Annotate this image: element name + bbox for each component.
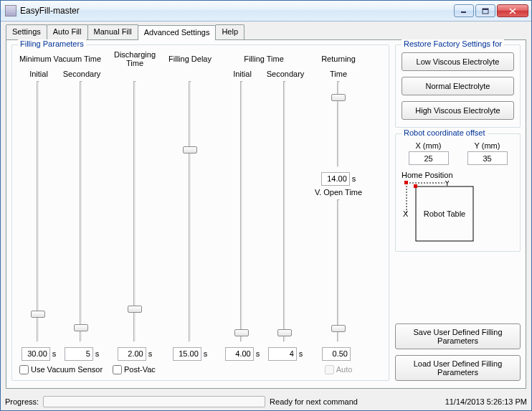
offset-y-input[interactable] <box>467 151 508 165</box>
close-icon <box>509 8 516 14</box>
filling-parameters-group: Filling Parameters Minimum Vacuum Time I… <box>11 44 389 381</box>
robot-offset-group: Robot coordinate offset X (mm) Y (mm) <box>395 133 521 252</box>
restore-normal-button[interactable]: Normal Electrolyte <box>402 77 514 95</box>
use-vacuum-sensor-label: Use Vacuum Sensor <box>31 365 103 374</box>
offset-y-label: Y (mm) <box>475 141 500 150</box>
unit-s: s <box>95 349 100 358</box>
robot-table-label: Robot Table <box>424 209 466 218</box>
filling-time-initial-label: Initial <box>221 70 264 78</box>
home-position-label: Home Position <box>402 171 514 179</box>
save-user-defined-button[interactable]: Save User Defined Filling Parameters <box>395 323 521 349</box>
auto-checkbox <box>325 365 334 374</box>
offset-legend: Robot coordinate offset <box>402 128 488 137</box>
progress-bar <box>43 396 265 407</box>
auto-label: Auto <box>336 365 353 374</box>
tabpage-advanced: Filling Parameters Minimum Vacuum Time I… <box>6 39 526 389</box>
filling-time-secondary-slider[interactable] <box>275 81 295 342</box>
app-window: EasyFill-master Settings Auto Fill Manua… <box>0 0 532 411</box>
restore-legend: Restore Factory Settings for <box>402 39 504 48</box>
offset-x-input[interactable] <box>409 151 449 165</box>
discharging-slider[interactable] <box>125 81 145 342</box>
minimize-button[interactable] <box>454 4 474 17</box>
load-user-defined-button[interactable]: Load User Defined Filling Parameters <box>395 355 521 381</box>
use-vacuum-sensor-checkbox[interactable] <box>19 365 29 374</box>
svg-rect-8 <box>404 181 408 184</box>
unit-s: s <box>256 349 260 358</box>
filling-delay-input[interactable] <box>173 347 201 361</box>
post-vac-label: Post-Vac <box>124 365 156 374</box>
unit-s: s <box>52 349 57 358</box>
y-axis-label: Y <box>445 181 450 187</box>
vopen-slider[interactable] <box>328 199 348 342</box>
x-axis-label: X <box>403 209 409 218</box>
tab-auto-fill[interactable]: Auto Fill <box>47 24 88 39</box>
window-controls <box>454 4 528 17</box>
maximize-icon <box>482 8 489 14</box>
maximize-button[interactable] <box>475 4 495 17</box>
content-area: Settings Auto Fill Manual Fill Advanced … <box>1 22 531 393</box>
tab-settings[interactable]: Settings <box>6 24 47 39</box>
discharging-input[interactable] <box>118 347 146 361</box>
min-vacuum-initial-label: Initial <box>17 70 60 78</box>
unit-s: s <box>148 349 153 358</box>
unit-s: s <box>204 349 208 358</box>
restore-factory-group: Restore Factory Settings for Low Viscous… <box>395 44 521 128</box>
robot-diagram: Y X Robot Table <box>402 181 514 245</box>
returning-time-input[interactable] <box>321 172 350 186</box>
svg-rect-9 <box>414 184 417 188</box>
filling-parameters-legend: Filling Parameters <box>18 39 86 48</box>
titlebar[interactable]: EasyFill-master <box>1 1 531 22</box>
right-column: Restore Factory Settings for Low Viscous… <box>395 44 521 381</box>
tab-strip: Settings Auto Fill Manual Fill Advanced … <box>6 24 526 39</box>
min-vacuum-initial-slider[interactable] <box>28 81 48 342</box>
group-returning: Returning Time s V. Open Time <box>313 49 364 376</box>
returning-time-slider[interactable] <box>328 81 348 167</box>
unit-s: s <box>299 349 303 358</box>
min-vacuum-title: Minimum Vacuum Time <box>19 49 101 68</box>
min-vacuum-secondary-label: Secondary <box>60 70 103 78</box>
minimize-icon <box>460 8 467 14</box>
close-button[interactable] <box>497 4 528 17</box>
progress-label: Progress: <box>5 397 39 406</box>
filling-time-secondary-label: Secondary <box>264 70 307 78</box>
tab-advanced-settings[interactable]: Advanced Settings <box>138 25 217 40</box>
filling-time-initial-slider[interactable] <box>232 81 252 342</box>
group-min-vacuum: Minimum Vacuum Time Initial Secondary <box>16 49 104 376</box>
filling-time-initial-input[interactable] <box>225 347 254 361</box>
status-bar: Progress: Ready for next command 11/14/2… <box>1 393 531 410</box>
restore-low-button[interactable]: Low Viscous Electrolyte <box>402 52 514 71</box>
window-title: EasyFill-master <box>20 6 454 16</box>
returning-title: Returning <box>321 49 356 68</box>
post-vac-checkbox[interactable] <box>113 365 122 374</box>
group-filling-time: Filling Time Initial Secondary <box>220 49 308 376</box>
filling-time-secondary-input[interactable] <box>268 347 297 361</box>
filling-delay-title: Filling Delay <box>168 49 212 68</box>
tab-manual-fill[interactable]: Manual Fill <box>87 24 138 39</box>
min-vacuum-secondary-slider[interactable] <box>71 81 91 342</box>
app-icon <box>5 5 16 16</box>
min-vacuum-secondary-input[interactable] <box>65 347 93 361</box>
filling-time-title: Filling Time <box>244 49 284 68</box>
unit-s: s <box>352 174 356 183</box>
status-datetime: 11/14/2013 5:26:13 PM <box>445 397 527 406</box>
status-message: Ready for next command <box>270 397 441 406</box>
returning-time-label: Time <box>313 70 364 78</box>
tab-help[interactable]: Help <box>215 24 244 39</box>
restore-high-button[interactable]: High Viscous Electrolyte <box>402 101 514 120</box>
vopen-label: V. Open Time <box>315 188 362 197</box>
filling-delay-slider[interactable] <box>180 81 200 342</box>
discharging-title: Discharging Time <box>110 49 160 68</box>
min-vacuum-initial-input[interactable] <box>22 347 50 361</box>
vopen-input[interactable] <box>322 347 351 361</box>
offset-x-label: X (mm) <box>415 141 441 150</box>
group-filling-delay: Filling Delay <box>166 49 214 376</box>
group-discharging: Discharging Time <box>110 49 160 376</box>
